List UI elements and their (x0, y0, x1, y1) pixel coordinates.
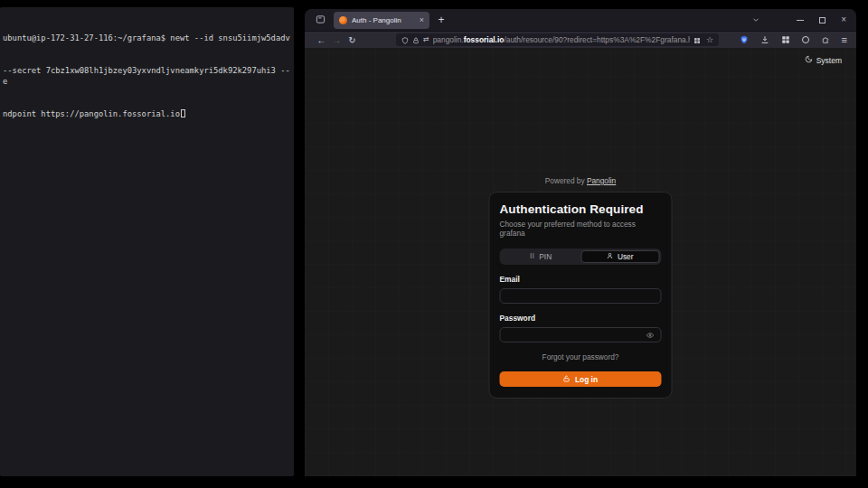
pangolin-link[interactable]: Pangolin (587, 176, 616, 185)
url-bar[interactable]: ⇄ pangolin.fossorial.io/auth/resource/90… (396, 33, 719, 46)
desktop-background: ubuntu@ip-172-31-27-116:~/grafana$ newt … (0, 0, 868, 488)
terminal-line: --secret 7cbz1xw08lh1jbzey03yxvndljvneam… (3, 65, 291, 87)
tab-user[interactable]: User (580, 250, 660, 263)
tab-pin-label: PIN (539, 252, 552, 261)
urlbar-trailing-icons: ☆ (693, 32, 713, 48)
list-all-tabs-chevron-icon[interactable] (751, 12, 760, 28)
login-button-label: Log in (575, 375, 598, 384)
tab-close-icon[interactable]: × (420, 16, 424, 24)
toolbar-right-icons: ≡ (740, 35, 847, 45)
auth-method-tabs: PIN User (500, 249, 662, 265)
firefox-view-button[interactable] (311, 13, 329, 28)
theme-toggle-label: System (816, 56, 842, 65)
url-text: pangolin.fossorial.io/auth/resource/90?r… (433, 35, 690, 44)
browser-tab-auth-pangolin[interactable]: Auth - Pangolin × (334, 12, 429, 29)
extension-ring-icon[interactable] (802, 36, 809, 43)
navigation-toolbar: ← → ↻ ⇄ pangolin.fossorial.io/auth/resou… (305, 31, 856, 48)
forward-button: → (329, 35, 344, 45)
browser-window: Auth - Pangolin × + × ← → ↻ (305, 9, 856, 476)
forgot-password-link[interactable]: Forgot your password? (500, 352, 662, 361)
maximize-icon[interactable] (819, 17, 826, 23)
firefox-view-icon (316, 12, 326, 28)
extensions-puzzle-icon[interactable] (821, 35, 830, 44)
extension-grid-icon[interactable] (781, 35, 790, 44)
moon-icon (805, 55, 813, 65)
reload-button[interactable]: ↻ (344, 35, 360, 45)
email-label: Email (500, 275, 662, 284)
tab-pin[interactable]: PIN (502, 250, 580, 263)
pin-keypad-icon (528, 252, 535, 261)
page-content: System Powered by Pangolin Authenticatio… (305, 48, 856, 476)
close-window-icon[interactable]: × (841, 15, 846, 24)
tab-title: Auth - Pangolin (352, 16, 415, 24)
terminal-line: ubuntu@ip-172-31-27-116:~/grafana$ newt … (3, 33, 291, 43)
auth-section: Powered by Pangolin Authentication Requi… (489, 176, 673, 399)
theme-toggle[interactable]: System (805, 55, 842, 65)
dns-swap-arrows-icon[interactable]: ⇄ (423, 36, 429, 43)
card-subtitle: Choose your preferred method to access g… (500, 220, 662, 238)
pangolin-favicon-icon (339, 16, 347, 24)
powered-by-text: Powered by (545, 176, 585, 185)
connection-lock-icon[interactable] (412, 32, 420, 48)
hamburger-menu-icon[interactable]: ≡ (842, 35, 847, 45)
tab-user-label: User (618, 252, 634, 261)
minimize-icon[interactable] (797, 20, 804, 21)
card-title: Authentication Required (500, 202, 662, 216)
email-field[interactable] (500, 288, 662, 304)
bookmark-star-icon[interactable]: ☆ (706, 36, 713, 44)
password-field[interactable] (500, 327, 662, 343)
password-label: Password (500, 314, 662, 323)
terminal-window[interactable]: ubuntu@ip-172-31-27-116:~/grafana$ newt … (0, 7, 294, 476)
show-password-eye-icon[interactable] (646, 331, 655, 339)
user-icon (607, 252, 614, 261)
open-lock-icon (563, 375, 571, 384)
ublock-extension-icon[interactable] (740, 35, 749, 44)
powered-by: Powered by Pangolin (489, 176, 673, 185)
containers-grid-icon[interactable] (693, 32, 701, 48)
tab-strip: Auth - Pangolin × + × (305, 9, 856, 31)
tracking-protection-shield-icon[interactable] (401, 32, 409, 48)
downloads-icon[interactable] (760, 35, 769, 44)
login-button[interactable]: Log in (500, 371, 662, 387)
back-button[interactable]: ← (314, 35, 329, 45)
terminal-cursor (181, 109, 185, 117)
terminal-line: ndpoint https://pangolin.fossorial.io (3, 108, 291, 119)
new-tab-button[interactable]: + (434, 14, 448, 26)
window-controls: × (751, 12, 846, 28)
auth-card: Authentication Required Choose your pref… (489, 192, 673, 399)
